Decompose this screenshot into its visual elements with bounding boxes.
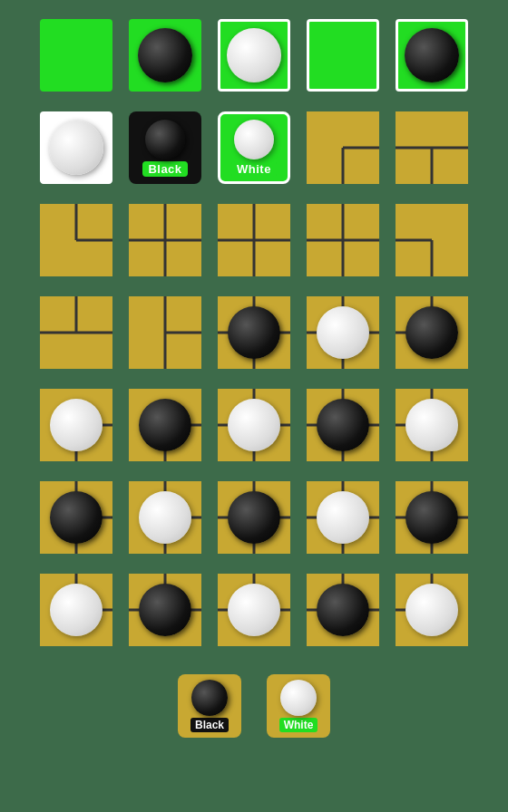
white-ball-center2	[317, 491, 369, 544]
board-ball-black-bottom	[129, 574, 201, 646]
white-ball-board-1	[317, 306, 369, 359]
cell-label-black: Black	[124, 107, 206, 188]
cell-board-ball-white-center2	[302, 477, 384, 558]
white-ball	[227, 28, 281, 82]
board-ball-white-left	[129, 481, 201, 554]
black-ball-2	[405, 28, 459, 82]
board-ball-black-center3	[396, 481, 468, 554]
ball-on-green	[129, 19, 201, 92]
board-ball-black-left	[40, 481, 112, 554]
cell-board-ball-black-bottom	[124, 569, 206, 651]
cell-board-ball-white-1	[302, 292, 384, 373]
cell-board-ball-white-tl	[35, 384, 117, 466]
board-tr	[396, 204, 468, 276]
cell-black-ball-green-bordered	[391, 14, 473, 96]
black-ball-center2	[228, 491, 280, 544]
cell-board-ball-white-center	[213, 384, 295, 466]
cell-board-ball-black-bottom2	[302, 569, 384, 651]
row-6	[35, 477, 473, 558]
board-ball-black-center	[307, 389, 379, 461]
black-ball-sm-label	[191, 680, 228, 716]
label-tile-black: Black	[129, 111, 201, 184]
cell-board-ball-black-tl	[124, 384, 206, 466]
white-label-text: White	[231, 161, 277, 177]
row-bottom-labels: Black White	[169, 665, 339, 747]
board-cross-svg-3	[307, 204, 379, 276]
board-tr-svg	[396, 204, 468, 276]
white-ball-left	[139, 491, 191, 544]
cell-white-ball-green-bordered	[213, 14, 295, 96]
row-3	[35, 199, 473, 281]
board-t-left-svg	[129, 296, 201, 369]
row-4	[35, 292, 473, 373]
board-ball-black-1	[218, 296, 290, 369]
board-ball-black-tl	[129, 389, 201, 461]
black-ball-bottom	[139, 584, 191, 636]
cell-board-cross-1	[124, 199, 206, 281]
board-ball-white-right	[396, 389, 468, 461]
green-square	[40, 19, 112, 92]
row-1	[35, 14, 473, 96]
cell-board-cross-3	[302, 199, 384, 281]
black-ball-label	[145, 120, 185, 160]
board-t-bottom	[40, 296, 112, 369]
board-ball-white-bottom3	[396, 574, 468, 646]
board-bl	[40, 204, 112, 276]
white-ball-sm-label	[280, 680, 317, 716]
green-square-bordered	[307, 19, 379, 92]
cell-board-t-bottom	[35, 292, 117, 373]
cell-board-cross-2	[213, 199, 295, 281]
black-ball-center	[317, 399, 369, 451]
label-tile-white: White	[218, 111, 290, 184]
cell-label-sm-black: Black	[169, 665, 250, 747]
board-corner-tl	[307, 111, 379, 184]
board-ball-black-center2	[218, 481, 290, 554]
board-t-bottom-svg	[40, 296, 112, 369]
black-sm-label-text: Black	[190, 718, 229, 732]
black-ball-bottom2	[317, 584, 369, 636]
board-cross-svg-1	[129, 204, 201, 276]
cell-board-t-left	[124, 292, 206, 373]
ball-on-green-bordered	[218, 19, 290, 92]
board-lines-svg	[307, 111, 379, 184]
black-ball-board-br	[405, 306, 458, 359]
board-ball-white-bottom2	[218, 574, 290, 646]
cell-board-ball-black-br	[391, 292, 473, 373]
row-7	[35, 569, 473, 651]
black-label-text: Black	[142, 161, 187, 177]
cell-board-ball-white-right	[391, 384, 473, 466]
cell-board-bl	[35, 199, 117, 281]
cell-board-ball-white-bottom	[35, 569, 117, 651]
board-cross-1	[129, 204, 201, 276]
board-t-left	[129, 296, 201, 369]
board-ball-white-tl	[40, 389, 112, 461]
board-ball-white-bottom	[40, 574, 112, 646]
cell-label-sm-white: White	[258, 665, 339, 747]
white-ball-bottom2	[228, 584, 280, 636]
black-ball-board-1	[228, 306, 280, 359]
white-ball-bottom3	[405, 584, 458, 636]
white-ball-bottom	[50, 584, 103, 636]
label-sm-black: Black	[178, 674, 241, 738]
black-ball-center3	[405, 491, 458, 544]
cell-black-ball-green	[124, 14, 206, 96]
board-cross-3	[307, 204, 379, 276]
board-t	[396, 111, 468, 184]
cell-board-ball-white-bottom3	[391, 569, 473, 651]
white-sm-label-text: White	[279, 718, 318, 732]
white-ball-tl	[50, 399, 103, 451]
cell-board-t	[391, 107, 473, 188]
board-ball-white-1	[307, 296, 379, 369]
white-ball-center	[228, 399, 280, 451]
ball-on-green-bordered-2	[396, 19, 468, 92]
white-ball-right	[405, 399, 458, 451]
cell-board-ball-black-center3	[391, 477, 473, 558]
black-ball-tl	[139, 399, 191, 451]
cell-board-tr	[391, 199, 473, 281]
cell-green-bordered	[302, 14, 384, 96]
white-ball-3	[49, 121, 103, 175]
board-ball-white-center	[218, 389, 290, 461]
board-ball-black-br	[396, 296, 468, 369]
black-ball	[138, 28, 192, 82]
cell-label-white: White	[213, 107, 295, 188]
